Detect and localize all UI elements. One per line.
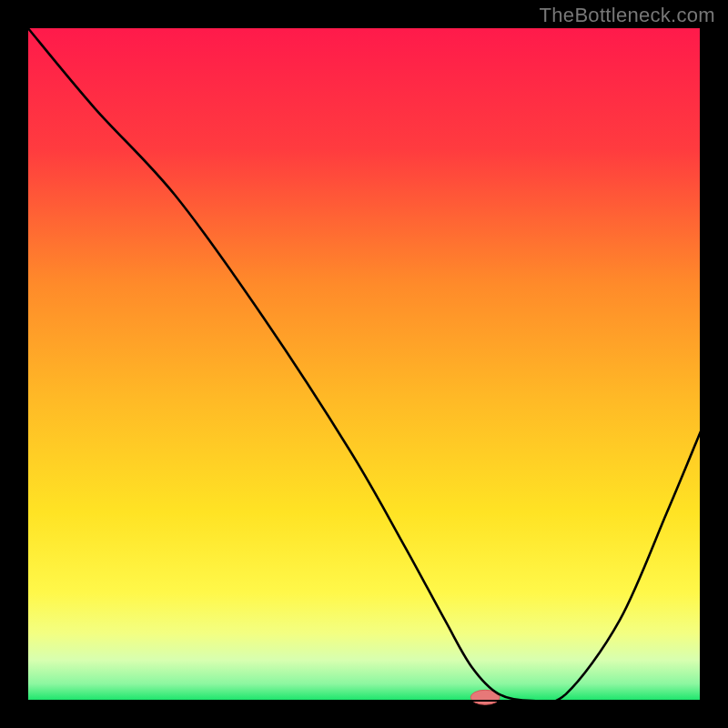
chart-gradient-bg xyxy=(27,27,701,701)
chart-container: TheBottleneck.com xyxy=(0,0,728,728)
bottleneck-chart xyxy=(0,0,728,728)
watermark-label: TheBottleneck.com xyxy=(540,4,715,27)
